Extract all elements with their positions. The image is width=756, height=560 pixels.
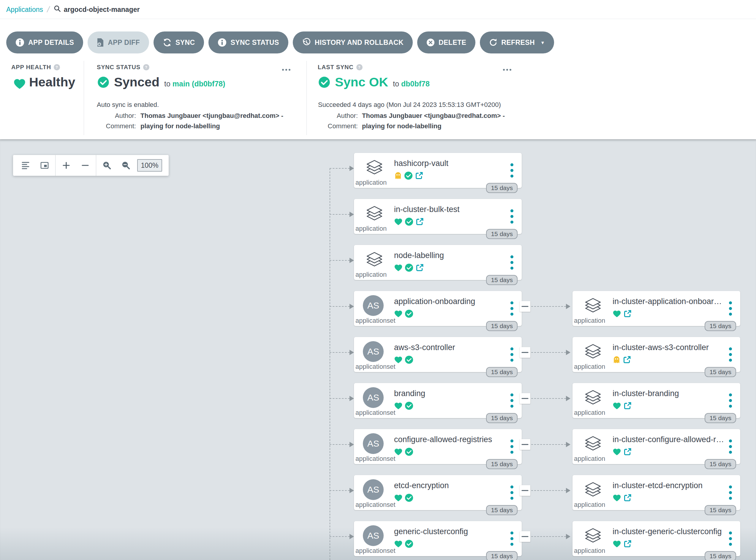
breadcrumb: Applications / argocd-object-manager bbox=[6, 0, 140, 19]
check-circle-icon bbox=[97, 76, 109, 88]
node-title: branding bbox=[394, 389, 425, 398]
kebab-menu-icon[interactable] bbox=[507, 344, 517, 365]
node-title: application-onboarding bbox=[394, 297, 475, 306]
kebab-menu-icon[interactable] bbox=[507, 252, 517, 273]
toolbar-button-app-details[interactable]: APP DETAILS bbox=[6, 32, 83, 54]
last-sync-menu-ellipsis-icon[interactable] bbox=[501, 67, 513, 73]
breadcrumb-applications-link[interactable]: Applications bbox=[6, 6, 43, 14]
kebab-menu-icon[interactable] bbox=[725, 298, 736, 319]
expand-all-button[interactable] bbox=[57, 155, 76, 176]
toolbar-button-delete[interactable]: DELETE bbox=[417, 32, 475, 54]
graph-node-generic-clusterconfig[interactable]: ASapplicationsetgeneric-clusterconfig15 … bbox=[354, 521, 522, 556]
external-link-icon[interactable] bbox=[415, 263, 424, 272]
kebab-menu-icon[interactable] bbox=[725, 528, 736, 549]
heart-icon bbox=[394, 218, 403, 226]
kebab-menu-icon[interactable] bbox=[507, 160, 517, 181]
resource-tree-canvas[interactable]: 100% applicationhashicorp-vault15 daysap… bbox=[0, 139, 756, 560]
zoom-in-button[interactable] bbox=[97, 155, 116, 176]
sync-target-link[interactable]: main (db0bf78) bbox=[173, 80, 225, 88]
app-health-status: Healthy bbox=[29, 75, 75, 89]
graph-node-branding[interactable]: ASapplicationsetbranding15 days bbox=[354, 383, 522, 418]
external-link-icon[interactable] bbox=[623, 401, 632, 410]
toolbar-button-label: SYNC bbox=[176, 39, 195, 47]
external-link-icon[interactable] bbox=[623, 447, 632, 456]
help-icon[interactable]: ? bbox=[356, 64, 362, 71]
sync-status-menu-ellipsis-icon[interactable] bbox=[280, 67, 292, 73]
help-icon[interactable]: ? bbox=[54, 64, 60, 71]
collapse-children-button[interactable] bbox=[520, 485, 530, 496]
node-title: in-cluster-generic-clusterconfig bbox=[613, 527, 722, 536]
graph-node-hashicorp-vault[interactable]: applicationhashicorp-vault15 days bbox=[354, 153, 522, 188]
graph-node-in-cluster-application-onboar[interactable]: applicationin-cluster-application-onboar… bbox=[573, 291, 740, 326]
kebab-menu-icon[interactable] bbox=[725, 436, 736, 457]
toolbar-button-history-and-rollback[interactable]: HISTORY AND ROLLBACK bbox=[293, 32, 413, 54]
node-kind-label: applicationset bbox=[355, 409, 396, 417]
kebab-menu-icon[interactable] bbox=[507, 390, 517, 411]
graph-node-configure-allowed-registries[interactable]: ASapplicationsetconfigure-allowed-regist… bbox=[354, 429, 522, 464]
graph-node-aws-s3-controller[interactable]: ASapplicationsetaws-s3-controller15 days bbox=[354, 337, 522, 372]
collapse-all-button[interactable] bbox=[76, 155, 95, 176]
node-title: in-cluster-configure-allowed-r… bbox=[613, 435, 724, 444]
last-sync-status: Sync OK bbox=[335, 75, 388, 89]
node-kind-label: application bbox=[574, 409, 605, 417]
toolbar-button-sync-status[interactable]: SYNC STATUS bbox=[208, 32, 288, 54]
collapse-children-button[interactable] bbox=[520, 439, 530, 450]
graph-layout-button[interactable] bbox=[16, 155, 35, 176]
external-link-icon[interactable] bbox=[623, 540, 632, 548]
graph-node-in-cluster-aws-s3-controller[interactable]: applicationin-cluster-aws-s3-controller1… bbox=[573, 337, 740, 372]
heart-icon bbox=[613, 402, 621, 410]
graph-node-in-cluster-branding[interactable]: applicationin-cluster-branding15 days bbox=[573, 383, 740, 418]
kebab-menu-icon[interactable] bbox=[725, 344, 736, 365]
collapse-children-button[interactable] bbox=[520, 393, 530, 404]
graph-node-in-cluster-bulk-test[interactable]: applicationin-cluster-bulk-test15 days bbox=[354, 199, 522, 234]
author-label: Author: bbox=[309, 112, 358, 120]
age-badge: 15 days bbox=[704, 551, 736, 560]
kebab-menu-icon[interactable] bbox=[725, 482, 736, 503]
collapse-children-button[interactable] bbox=[520, 347, 530, 358]
node-status-icons bbox=[613, 309, 632, 318]
collapse-children-button[interactable] bbox=[520, 531, 530, 542]
external-link-icon[interactable] bbox=[623, 355, 631, 364]
kebab-menu-icon[interactable] bbox=[725, 390, 736, 411]
external-link-icon[interactable] bbox=[623, 309, 632, 318]
kebab-menu-icon[interactable] bbox=[507, 436, 517, 457]
app-health-title: APP HEALTH ? bbox=[11, 64, 60, 71]
node-status-icons bbox=[394, 447, 413, 456]
last-sync-target-link[interactable]: db0bf78 bbox=[401, 80, 430, 88]
graph-node-in-cluster-configure-allowed-r[interactable]: applicationin-cluster-configure-allowed-… bbox=[573, 429, 740, 464]
node-status-icons bbox=[394, 355, 413, 364]
zoom-out-button[interactable] bbox=[116, 155, 135, 176]
fit-view-button[interactable] bbox=[35, 155, 54, 176]
graph-node-in-cluster-etcd-encryption[interactable]: applicationin-cluster-etcd-encryption15 … bbox=[573, 475, 740, 510]
zoom-level-input[interactable]: 100% bbox=[137, 159, 162, 172]
external-link-icon[interactable] bbox=[623, 494, 632, 502]
ghost-icon bbox=[394, 171, 402, 180]
kebab-menu-icon[interactable] bbox=[507, 528, 517, 549]
kebab-menu-icon[interactable] bbox=[507, 298, 517, 319]
external-link-icon[interactable] bbox=[415, 171, 423, 180]
graph-node-in-cluster-generic-clusterconfig[interactable]: applicationin-cluster-generic-clustercon… bbox=[573, 521, 740, 556]
kebab-menu-icon[interactable] bbox=[507, 482, 517, 503]
connector-dashed-line bbox=[531, 352, 566, 353]
external-link-icon[interactable] bbox=[415, 217, 424, 226]
kebab-menu-icon[interactable] bbox=[507, 206, 517, 227]
graph-node-application-onboarding[interactable]: ASapplicationsetapplication-onboarding15… bbox=[354, 291, 522, 326]
connector-dashed-line bbox=[330, 306, 350, 307]
toolbar-button-app-diff[interactable]: APP DIFF bbox=[87, 32, 149, 54]
node-kind-label: application bbox=[574, 455, 605, 463]
node-status-icons bbox=[394, 540, 413, 548]
toolbar-button-label: HISTORY AND ROLLBACK bbox=[315, 39, 403, 47]
application-layers-icon bbox=[365, 248, 384, 269]
node-kind-label: application bbox=[574, 363, 605, 371]
toolbar-button-refresh[interactable]: REFRESH▼ bbox=[480, 32, 554, 54]
application-layers-icon bbox=[583, 433, 603, 454]
graph-node-etcd-encryption[interactable]: ASapplicationsetetcd-encryption15 days bbox=[354, 475, 522, 510]
toolbar-button-sync[interactable]: SYNC bbox=[154, 32, 204, 54]
minus-icon bbox=[521, 533, 529, 540]
help-icon[interactable]: ? bbox=[143, 64, 150, 71]
connector-arrow bbox=[566, 350, 571, 355]
collapse-children-button[interactable] bbox=[520, 301, 530, 312]
check-circle-icon bbox=[405, 355, 413, 364]
check-circle-icon bbox=[405, 217, 413, 226]
graph-node-node-labelling[interactable]: applicationnode-labelling15 days bbox=[354, 245, 522, 280]
